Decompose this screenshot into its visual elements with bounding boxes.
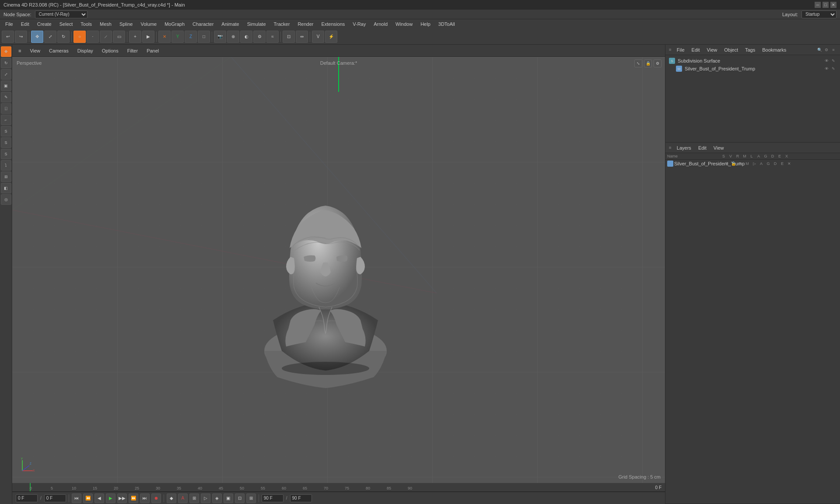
- timeline-extra2[interactable]: ◈: [212, 494, 222, 503]
- tool1-button[interactable]: ✕: [158, 31, 171, 43]
- vray-tool-button[interactable]: V: [312, 31, 324, 43]
- timeline-extra3[interactable]: ▣: [224, 494, 233, 503]
- keyframe-add-button[interactable]: ◆: [167, 494, 176, 503]
- point-mode-button[interactable]: ·: [87, 31, 99, 43]
- menu-window[interactable]: Window: [392, 21, 416, 28]
- obj-settings-icon[interactable]: ⚙: [823, 47, 830, 53]
- close-button[interactable]: ✕: [830, 2, 836, 8]
- left-tool-rotate[interactable]: ↻: [1, 58, 11, 68]
- obj-menu-object[interactable]: Object: [722, 46, 740, 53]
- menu-extensions[interactable]: Extensions: [318, 21, 348, 28]
- menu-volume[interactable]: Volume: [137, 21, 160, 28]
- material-button[interactable]: ◐: [240, 31, 252, 43]
- viewport-menu-options[interactable]: Options: [99, 47, 121, 54]
- viewport-menu-filter[interactable]: Filter: [125, 47, 140, 54]
- end-frame-input[interactable]: [262, 494, 284, 502]
- layer-icon-4[interactable]: M: [744, 161, 750, 167]
- menu-create[interactable]: Create: [34, 21, 55, 28]
- tool3-button[interactable]: Z: [185, 31, 197, 43]
- current-frame-input[interactable]: [16, 494, 38, 502]
- undo-button[interactable]: ↩: [2, 31, 14, 43]
- timeline-extra1[interactable]: ▷: [201, 494, 210, 503]
- left-tool-knife[interactable]: ⌺: [1, 103, 11, 114]
- goto-start-button[interactable]: ⏮: [72, 494, 81, 503]
- scene-item-subdivision[interactable]: S Subdivision Surface 👁 ✎: [667, 57, 838, 65]
- viewport-3d[interactable]: Perspective Default Camera:* Grid Spacin…: [12, 57, 665, 483]
- layers-menu-layers[interactable]: Layers: [675, 144, 693, 151]
- layer-icon-7[interactable]: G: [765, 161, 771, 167]
- menu-simulate[interactable]: Simulate: [244, 21, 270, 28]
- obj-menu-bookmarks[interactable]: Bookmarks: [760, 46, 788, 53]
- menu-tools[interactable]: Tools: [77, 21, 95, 28]
- menu-help[interactable]: Help: [417, 21, 434, 28]
- deformer-button[interactable]: ≈: [266, 31, 279, 43]
- menu-arnold[interactable]: Arnold: [370, 21, 391, 28]
- menu-render[interactable]: Render: [294, 21, 317, 28]
- menu-animate[interactable]: Animate: [218, 21, 242, 28]
- obj-menu-tags[interactable]: Tags: [743, 46, 757, 53]
- record-button[interactable]: ⏺: [151, 494, 161, 503]
- menu-3dtoall[interactable]: 3DToAll: [435, 21, 458, 28]
- rotate-tool-button[interactable]: ↻: [57, 31, 70, 43]
- menu-edit[interactable]: Edit: [18, 21, 33, 28]
- left-tool-magnet[interactable]: S: [1, 126, 11, 136]
- viewport-menu-display[interactable]: Display: [75, 47, 96, 54]
- obj-search-icon[interactable]: 🔍: [816, 47, 822, 53]
- subdiv-render-icon[interactable]: ✎: [830, 58, 836, 64]
- layers-menu-edit[interactable]: Edit: [696, 144, 708, 151]
- viewport-icon-settings[interactable]: ⚙: [654, 60, 662, 67]
- layer-icon-10[interactable]: ✕: [786, 161, 792, 167]
- viewport-menu-panel[interactable]: Panel: [144, 47, 161, 54]
- redo-button[interactable]: ↪: [15, 31, 27, 43]
- render-view-button[interactable]: ▶: [142, 31, 154, 43]
- timeline-extra4[interactable]: ⊡: [235, 494, 245, 503]
- obj-manager-hamburger[interactable]: ≡: [669, 47, 672, 52]
- camera-button[interactable]: 📷: [214, 31, 226, 43]
- viewport-icon-expand[interactable]: ⤡: [634, 60, 642, 67]
- menu-tracker[interactable]: Tracker: [270, 21, 294, 28]
- left-tool-select[interactable]: ▣: [1, 80, 11, 91]
- object-mode-button[interactable]: ○: [74, 31, 86, 43]
- prev-key-button[interactable]: ⏪: [83, 494, 93, 503]
- light-button[interactable]: ⊕: [227, 31, 239, 43]
- snap-button[interactable]: ⊡: [283, 31, 295, 43]
- left-tool-s2[interactable]: S: [1, 137, 11, 148]
- viewport-menu-view[interactable]: View: [27, 47, 43, 54]
- viewport-icon-lock[interactable]: 🔒: [644, 60, 652, 67]
- subdiv-visibility-icon[interactable]: 👁: [823, 58, 830, 64]
- next-frame-button[interactable]: ⏩: [129, 494, 138, 503]
- menu-spline[interactable]: Spline: [116, 21, 136, 28]
- layer-icon-6[interactable]: A: [758, 161, 764, 167]
- left-tool-bend[interactable]: ⤵: [1, 160, 11, 171]
- bust-render-icon[interactable]: ✎: [830, 66, 836, 72]
- left-tool-s3[interactable]: S: [1, 149, 11, 159]
- max-frame-input[interactable]: [290, 494, 312, 502]
- tool4-button[interactable]: □: [198, 31, 210, 43]
- obj-menu-file[interactable]: File: [675, 46, 686, 53]
- obj-menu-view[interactable]: View: [705, 46, 719, 53]
- node-space-select[interactable]: Current (V-Ray): [35, 10, 88, 18]
- timeline-extra5[interactable]: ⊞: [246, 494, 256, 503]
- extra-tool-button[interactable]: ⚡: [325, 31, 337, 43]
- viewport-menu-cameras[interactable]: Cameras: [46, 47, 71, 54]
- left-tool-grid[interactable]: ⊞: [1, 172, 11, 182]
- layers-menu-view[interactable]: View: [712, 144, 726, 151]
- start-frame-input[interactable]: [44, 494, 66, 502]
- layer-icon-3[interactable]: R: [737, 161, 743, 167]
- left-tool-scale[interactable]: ⤢: [1, 69, 11, 80]
- minimize-button[interactable]: ─: [815, 2, 821, 8]
- poly-mode-button[interactable]: ▭: [113, 31, 125, 43]
- menu-mesh[interactable]: Mesh: [96, 21, 115, 28]
- menu-character[interactable]: Character: [189, 21, 217, 28]
- autokey-button[interactable]: A: [178, 494, 188, 503]
- prev-frame-button[interactable]: ◀: [94, 494, 104, 503]
- edge-mode-button[interactable]: ⟋: [100, 31, 112, 43]
- obj-menu-edit[interactable]: Edit: [690, 46, 702, 53]
- play-reverse-button[interactable]: ▶▶: [117, 494, 127, 503]
- new-object-button[interactable]: +: [129, 31, 141, 43]
- obj-scroll-icon[interactable]: ≡: [830, 47, 836, 53]
- layers-hamburger[interactable]: ≡: [669, 145, 672, 150]
- menu-select[interactable]: Select: [56, 21, 77, 28]
- motion-clip-button[interactable]: ⊞: [189, 494, 199, 503]
- menu-mograph[interactable]: MoGraph: [161, 21, 188, 28]
